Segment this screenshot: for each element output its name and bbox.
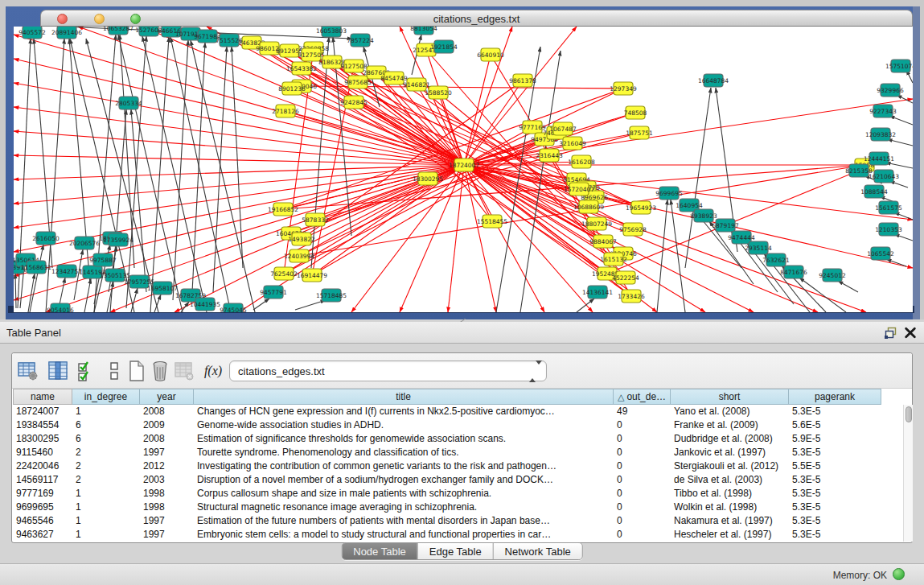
graph-node[interactable]: 9227343	[869, 105, 897, 117]
graph-node[interactable]: 2935114	[745, 241, 772, 254]
tab-node-table[interactable]: Node Table	[342, 543, 417, 560]
citation-edge[interactable]	[838, 281, 858, 292]
graph-node[interactable]: 1875751	[626, 126, 653, 139]
column-header-title[interactable]: title	[194, 389, 614, 405]
graph-node[interactable]: 7625402	[270, 267, 298, 280]
select-all-icon[interactable]	[73, 359, 99, 383]
citation-edge[interactable]	[191, 40, 255, 312]
graph-node[interactable]: 1588520	[425, 86, 452, 99]
graph-node[interactable]: 15751074	[885, 60, 913, 72]
graph-node[interactable]: 16648784	[698, 74, 729, 87]
table-row[interactable]: 1456911722003Disruption of a novel membe…	[13, 473, 881, 487]
graph-node[interactable]: 1067487	[549, 122, 577, 135]
graph-node[interactable]: 9457791	[260, 286, 287, 299]
citation-edge[interactable]	[887, 139, 913, 146]
table-row[interactable]: 1830029562008Estimation of significance …	[13, 432, 881, 446]
citation-edge[interactable]	[84, 278, 91, 312]
graph-node[interactable]: 4522254	[612, 271, 639, 284]
graph-node[interactable]: 12093832	[865, 128, 896, 141]
graph-node[interactable]: 6640910	[477, 48, 504, 61]
column-header-out_degree[interactable]: △out_de…	[614, 389, 671, 405]
table-row[interactable]: 946362711997Embryonic stem cells: a mode…	[13, 528, 881, 542]
citation-edge[interactable]	[232, 47, 243, 268]
graph-node[interactable]: 16053803	[316, 27, 347, 37]
graph-node[interactable]: 12342757	[51, 265, 82, 278]
delete-icon[interactable]	[147, 359, 173, 383]
graph-node[interactable]: 9245012	[819, 269, 846, 282]
table-scrollbar-thumb[interactable]	[906, 406, 912, 422]
graph-node[interactable]: 1615132	[600, 253, 627, 266]
graph-node[interactable]: 1088544	[860, 185, 888, 198]
memory-ok-icon[interactable]	[893, 568, 905, 580]
table-row[interactable]: 1872400712008Changes of HCN gene express…	[13, 405, 881, 418]
graph-node[interactable]: 9405572	[18, 27, 46, 39]
graph-node[interactable]: 1616208	[568, 155, 595, 168]
tab-edge-table[interactable]: Edge Table	[417, 543, 493, 560]
graph-node[interactable]: 9777169	[519, 121, 546, 134]
citation-edge[interactable]	[448, 165, 464, 312]
graph-node[interactable]: 9745045	[220, 303, 247, 312]
citation-edge[interactable]	[657, 200, 667, 312]
graph-node[interactable]: 15518455	[477, 215, 507, 228]
graph-node[interactable]: 9861378	[509, 74, 536, 87]
citation-network-graph[interactable]: 1872400718300295746382298601238912955222…	[14, 27, 913, 312]
graph-node[interactable]: 6879197	[712, 219, 739, 232]
function-builder-icon[interactable]: f(x)	[200, 359, 226, 383]
citation-edge[interactable]	[295, 300, 326, 310]
graph-node[interactable]: 9054016	[47, 303, 74, 312]
graph-node[interactable]: 1733426	[618, 290, 645, 303]
table-scrollbar[interactable]	[903, 405, 913, 542]
close-icon[interactable]	[904, 327, 917, 339]
citation-edge[interactable]	[173, 40, 188, 300]
graph-node[interactable]: 15718485	[316, 289, 347, 302]
graph-node[interactable]: 9756928	[619, 223, 647, 236]
column-header-in_degree[interactable]: in_degree	[72, 389, 140, 405]
graph-node[interactable]: 9975887	[89, 253, 117, 266]
table-row[interactable]: 2242004622012Investigating the contribut…	[13, 459, 881, 473]
column-header-short[interactable]: short	[671, 389, 789, 405]
graph-node[interactable]: 1921854	[430, 40, 458, 53]
graph-node[interactable]: 9884067	[589, 235, 617, 248]
citation-edge[interactable]	[15, 274, 16, 308]
graph-node[interactable]: 19166852	[268, 203, 298, 216]
graph-node[interactable]: 9699695	[655, 187, 683, 200]
graph-node[interactable]: 8813054	[410, 27, 437, 35]
citation-edge[interactable]	[118, 35, 183, 312]
network-window-titlebar[interactable]: citations_edges.txt	[40, 10, 913, 27]
graph-node[interactable]: 20206576	[69, 237, 100, 249]
tab-network-table[interactable]: Network Table	[493, 543, 582, 560]
graph-node[interactable]: 20891406	[51, 27, 82, 39]
show-columns-icon[interactable]	[45, 359, 71, 383]
graph-node[interactable]: 9875685	[344, 76, 372, 89]
table-row[interactable]: 946554611997Estimation of the future num…	[13, 514, 881, 528]
table-settings-icon[interactable]	[15, 359, 41, 383]
graph-node[interactable]: 14136141	[582, 286, 613, 299]
graph-node[interactable]: 7515526	[216, 34, 243, 47]
graph-node[interactable]: 2805334	[115, 97, 142, 109]
graph-node[interactable]: 3216049	[559, 137, 586, 150]
graph-node[interactable]: 7632621	[762, 253, 790, 266]
column-header-year[interactable]: year	[140, 389, 194, 405]
graph-node[interactable]: 2718126	[272, 105, 299, 117]
table-selector-dropdown[interactable]: citations_edges.txt	[229, 360, 547, 381]
delete-table-icon[interactable]	[171, 359, 197, 383]
citation-edge[interactable]	[685, 88, 711, 268]
column-header-name[interactable]: name	[13, 389, 72, 405]
graph-node[interactable]: 8471676	[780, 266, 807, 278]
graph-node[interactable]: 1297349	[610, 82, 637, 95]
graph-node[interactable]: 9329966	[877, 84, 904, 97]
citation-edge[interactable]	[354, 102, 464, 165]
graph-node[interactable]: 5878332	[302, 213, 329, 226]
column-header-pagerank[interactable]: pagerank	[789, 389, 881, 405]
graph-node[interactable]: 7857224	[347, 34, 374, 47]
graph-node[interactable]: 16210643	[869, 170, 899, 183]
graph-node[interactable]: 748508	[624, 106, 647, 119]
graph-node[interactable]: 2316443	[536, 149, 563, 162]
table-row[interactable]: 911546021997Tourette syndrome. Phenomeno…	[13, 446, 881, 459]
citation-edge[interactable]	[14, 35, 464, 165]
table-row[interactable]: 1938455462009Genome-wide association stu…	[13, 418, 881, 432]
citation-edge[interactable]	[885, 163, 913, 168]
graph-node[interactable]: 8938923	[690, 209, 717, 222]
citation-edge[interactable]	[253, 299, 269, 310]
citation-edge[interactable]	[131, 288, 138, 312]
